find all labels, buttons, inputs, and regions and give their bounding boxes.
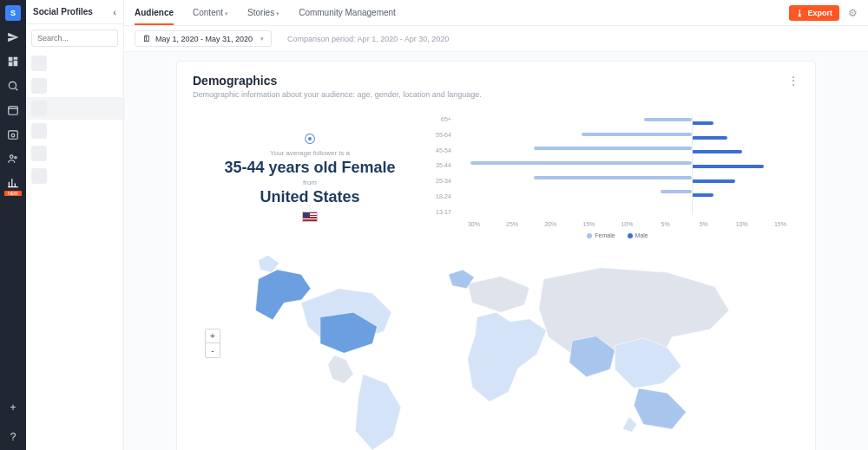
svg-point-0 bbox=[9, 82, 16, 88]
nav-item-calendar[interactable] bbox=[7, 104, 19, 118]
card-title: Demographics bbox=[193, 74, 482, 88]
legend: Female Male bbox=[436, 232, 799, 238]
profile-row[interactable] bbox=[26, 165, 123, 187]
nav-item-send[interactable] bbox=[7, 31, 19, 45]
chevron-down-icon: ▾ bbox=[225, 10, 228, 16]
export-button[interactable]: ⭳Export bbox=[789, 5, 839, 21]
avatar bbox=[31, 101, 47, 116]
us-flag-icon bbox=[302, 212, 318, 222]
summary-from: from bbox=[303, 179, 317, 186]
help-icon[interactable]: ? bbox=[10, 431, 16, 443]
nav-item-discover[interactable] bbox=[7, 80, 19, 94]
profile-row[interactable] bbox=[26, 75, 123, 97]
card-subtitle: Demographic information about your audie… bbox=[193, 90, 482, 99]
gear-icon[interactable]: ⚙ bbox=[848, 7, 858, 19]
svg-point-4 bbox=[10, 155, 14, 159]
calendar-icon: 🗓 bbox=[142, 34, 151, 43]
nav-rail: S NEW + ? bbox=[0, 0, 26, 450]
chevron-down-icon: ▾ bbox=[260, 36, 264, 42]
svg-point-3 bbox=[11, 134, 15, 137]
nav-item-analytics[interactable]: NEW bbox=[7, 177, 19, 191]
search-input[interactable] bbox=[31, 29, 118, 47]
add-icon[interactable]: + bbox=[10, 401, 16, 414]
summary-line-1: 35-44 years old Female bbox=[224, 159, 395, 177]
globe-icon: ⦿ bbox=[304, 132, 316, 146]
filter-bar: 🗓 May 1, 2020 - May 31, 2020 ▾ Compariso… bbox=[124, 26, 868, 52]
avatar bbox=[31, 146, 47, 161]
profile-row[interactable] bbox=[26, 97, 123, 120]
top-bar: Audience Content▾ Stories▾ Community Man… bbox=[124, 0, 868, 26]
nav-item-schedule[interactable] bbox=[7, 128, 19, 142]
svg-rect-1 bbox=[9, 107, 18, 114]
avatar bbox=[31, 78, 47, 94]
profile-row[interactable] bbox=[26, 120, 123, 142]
avatar bbox=[31, 123, 47, 139]
map-svg[interactable] bbox=[193, 251, 799, 450]
profile-row[interactable] bbox=[26, 142, 123, 165]
nav-item-dash[interactable] bbox=[7, 55, 19, 69]
tab-stories[interactable]: Stories▾ bbox=[247, 1, 279, 24]
nav-item-people[interactable] bbox=[7, 153, 19, 166]
collapse-icon[interactable]: ‹ bbox=[113, 7, 116, 17]
profile-row[interactable] bbox=[26, 52, 123, 75]
demographics-card: Demographics Demographic information abo… bbox=[176, 61, 816, 450]
demo-summary: ⦿ Your average follower is a 35-44 years… bbox=[193, 114, 427, 238]
chevron-down-icon: ▾ bbox=[276, 10, 279, 16]
profiles-title: Social Profiles bbox=[33, 7, 93, 16]
zoom-in-button[interactable]: + bbox=[206, 329, 220, 343]
more-icon[interactable]: ⋮ bbox=[787, 74, 799, 88]
summary-lead: Your average follower is a bbox=[270, 149, 350, 157]
new-label: NEW bbox=[4, 191, 22, 196]
world-map: + - 020060090012001... bbox=[193, 251, 799, 450]
avatar bbox=[31, 168, 47, 184]
app-badge[interactable]: S bbox=[5, 5, 21, 21]
avatar bbox=[31, 55, 47, 71]
age-gender-chart: 65+55-6445-5435-4425-3418-2413-17 30%25%… bbox=[436, 114, 799, 227]
tab-audience[interactable]: Audience bbox=[135, 1, 174, 24]
comparison-period: Comparison period: Apr 1, 2020 - Apr 30,… bbox=[287, 35, 449, 43]
download-icon: ⭳ bbox=[796, 9, 804, 17]
date-range-picker[interactable]: 🗓 May 1, 2020 - May 31, 2020 ▾ bbox=[135, 30, 272, 47]
svg-rect-2 bbox=[9, 131, 18, 139]
tab-content[interactable]: Content▾ bbox=[193, 1, 228, 24]
zoom-out-button[interactable]: - bbox=[206, 343, 220, 357]
summary-line-2: United States bbox=[260, 188, 359, 206]
map-zoom: + - bbox=[205, 329, 220, 358]
svg-point-5 bbox=[15, 157, 16, 159]
tab-community[interactable]: Community Management bbox=[299, 1, 396, 24]
social-profiles-panel: Social Profiles ‹ bbox=[26, 0, 124, 450]
